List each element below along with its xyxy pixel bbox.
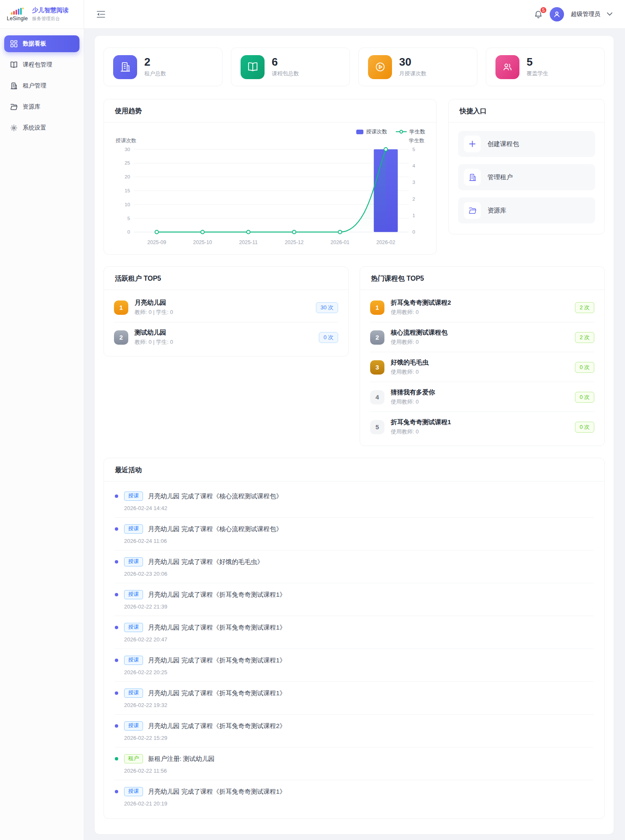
package-name: 核心流程测试课程包 <box>391 329 575 337</box>
activity-text: 月亮幼儿园 完成了课程《折耳兔奇奇测试课程1》 <box>148 624 286 632</box>
activity-dot-icon <box>115 724 118 728</box>
activity-dot-icon <box>115 757 118 760</box>
sidebar-collapse-button[interactable] <box>97 11 105 18</box>
building-icon <box>464 169 481 186</box>
activity-time: 2026-02-23 20:06 <box>124 571 593 577</box>
svg-text:0: 0 <box>127 229 130 234</box>
logo: LeSingle <box>7 7 28 21</box>
app-subtitle: 服务管理后台 <box>32 16 69 22</box>
people-icon <box>495 55 519 79</box>
tenant-meta: 教师: 0 | 学生: 0 <box>135 338 319 346</box>
sidebar-item-resources[interactable]: 资源库 <box>4 98 79 115</box>
activity-time: 2026-02-22 15:29 <box>124 735 593 741</box>
tenant-row: 2 测试幼儿园 教师: 0 | 学生: 0 0 次 <box>114 322 338 352</box>
quick-entry-label: 创建课程包 <box>487 140 519 148</box>
quick-entry-create-package[interactable]: 创建课程包 <box>458 131 595 157</box>
activity-dot-icon <box>115 626 118 629</box>
sidebar: LeSingle 少儿智慧阅读 服务管理后台 数据看板 课程包管理 租户管理 <box>0 0 84 840</box>
package-meta: 使用教师: 0 <box>391 338 575 346</box>
sidebar-item-packages[interactable]: 课程包管理 <box>4 56 79 73</box>
activity-row: 授课 月亮幼儿园 完成了课程《折耳兔奇奇测试课程1》 2026-02-22 19… <box>115 682 593 715</box>
chart-legend: 授课次数 学生数 <box>115 128 425 136</box>
svg-text:2026-02: 2026-02 <box>376 239 395 245</box>
sidebar-item-dashboard[interactable]: 数据看板 <box>4 35 79 52</box>
stat-value: 6 <box>272 56 299 68</box>
activity-dot-icon <box>115 527 118 531</box>
rank-badge: 1 <box>370 300 384 315</box>
menu-fold-icon <box>97 11 105 18</box>
gear-icon <box>10 124 18 132</box>
hot-packages-title: 热门课程包 TOP5 <box>360 267 604 290</box>
usage-count-badge: 0 次 <box>319 332 338 343</box>
hot-packages-list: 1 折耳兔奇奇测试课程2 使用教师: 0 2 次 2 核心流 <box>360 290 604 446</box>
topbar: 5 超级管理员 <box>84 0 625 29</box>
user-name[interactable]: 超级管理员 <box>571 11 600 18</box>
usage-trend-title: 使用趋势 <box>104 99 436 122</box>
usage-count-badge: 2 次 <box>575 302 594 313</box>
activity-row: 授课 月亮幼儿园 完成了课程《核心流程测试课程包》 2026-02-24 14:… <box>115 485 593 518</box>
quick-entry-resources[interactable]: 资源库 <box>458 197 595 223</box>
activity-time: 2026-02-24 14:42 <box>124 505 593 511</box>
building-icon <box>113 55 137 79</box>
svg-text:2: 2 <box>413 196 416 202</box>
quick-entry-manage-tenants[interactable]: 管理租户 <box>458 164 595 190</box>
content: 2 租户总数 6 课程包总数 <box>84 29 625 835</box>
svg-text:25: 25 <box>124 160 130 165</box>
tenant-meta: 教师: 0 | 学生: 0 <box>135 308 316 316</box>
quick-entry-title: 快捷入口 <box>449 99 604 122</box>
avatar[interactable] <box>550 7 564 21</box>
sidebar-item-label: 数据看板 <box>23 40 46 48</box>
stat-value: 5 <box>527 56 548 68</box>
activity-text: 月亮幼儿园 完成了课程《好饿的毛毛虫》 <box>148 558 263 566</box>
activity-type-badge: 授课 <box>124 656 143 665</box>
app-title: 少儿智慧阅读 <box>32 6 69 14</box>
svg-text:5: 5 <box>413 146 416 152</box>
legend-item-students[interactable]: 学生数 <box>396 128 426 136</box>
stat-card-lessons: 30 月授课次数 <box>358 48 477 86</box>
svg-text:0: 0 <box>413 229 416 234</box>
legend-item-lessons[interactable]: 授课次数 <box>356 128 387 136</box>
notification-badge: 5 <box>540 6 547 14</box>
svg-text:学生数: 学生数 <box>409 138 424 144</box>
legend-label: 学生数 <box>410 128 426 136</box>
sidebar-item-tenants[interactable]: 租户管理 <box>4 77 79 94</box>
active-tenants-list: 1 月亮幼儿园 教师: 0 | 学生: 0 30 次 2 测 <box>104 290 348 356</box>
svg-text:30: 30 <box>124 146 130 152</box>
activity-time: 2026-02-22 21:39 <box>124 603 593 610</box>
activity-text: 新租户注册: 测试幼儿园 <box>148 755 215 763</box>
notifications-button[interactable]: 5 <box>534 10 543 19</box>
sidebar-item-settings[interactable]: 系统设置 <box>4 120 79 136</box>
rank-badge: 2 <box>114 330 128 345</box>
activity-type-badge: 授课 <box>124 623 143 632</box>
package-meta: 使用教师: 0 <box>391 398 575 406</box>
svg-text:15: 15 <box>124 188 130 193</box>
activity-time: 2026-02-22 11:56 <box>124 768 593 774</box>
stats-row: 2 租户总数 6 课程包总数 <box>103 48 605 86</box>
activity-dot-icon <box>115 593 118 596</box>
activity-type-badge: 授课 <box>124 492 143 501</box>
package-row: 5 折耳兔奇奇测试课程1 使用教师: 0 0 次 <box>370 412 594 441</box>
package-meta: 使用教师: 0 <box>391 428 575 436</box>
logo-bars-icon <box>11 7 24 15</box>
activity-text: 月亮幼儿园 完成了课程《折耳兔奇奇测试课程2》 <box>148 722 286 730</box>
trend-chart-svg: 授课次数学生数0510152025300123452025-092025-102… <box>115 136 425 249</box>
legend-label: 授课次数 <box>366 128 387 136</box>
quick-entry-label: 资源库 <box>487 207 506 215</box>
svg-text:3: 3 <box>413 179 416 185</box>
dashboard-icon <box>10 40 18 48</box>
logo-brand-text: LeSingle <box>7 16 28 21</box>
book-icon <box>10 61 18 69</box>
stat-value: 2 <box>144 56 166 68</box>
activity-text: 月亮幼儿园 完成了课程《折耳兔奇奇测试课程1》 <box>148 689 286 697</box>
main-area: 5 超级管理员 <box>84 0 625 840</box>
activity-text: 月亮幼儿园 完成了课程《核心流程测试课程包》 <box>148 525 282 533</box>
package-meta: 使用教师: 0 <box>391 308 575 316</box>
activity-dot-icon <box>115 560 118 564</box>
usage-count-badge: 2 次 <box>575 332 594 343</box>
activity-text: 月亮幼儿园 完成了课程《折耳兔奇奇测试课程1》 <box>148 788 286 796</box>
activity-dot-icon <box>115 659 118 662</box>
activity-dot-icon <box>115 691 118 695</box>
svg-text:2025-12: 2025-12 <box>285 239 304 245</box>
package-meta: 使用教师: 0 <box>391 368 575 376</box>
chevron-down-icon[interactable] <box>607 12 612 16</box>
